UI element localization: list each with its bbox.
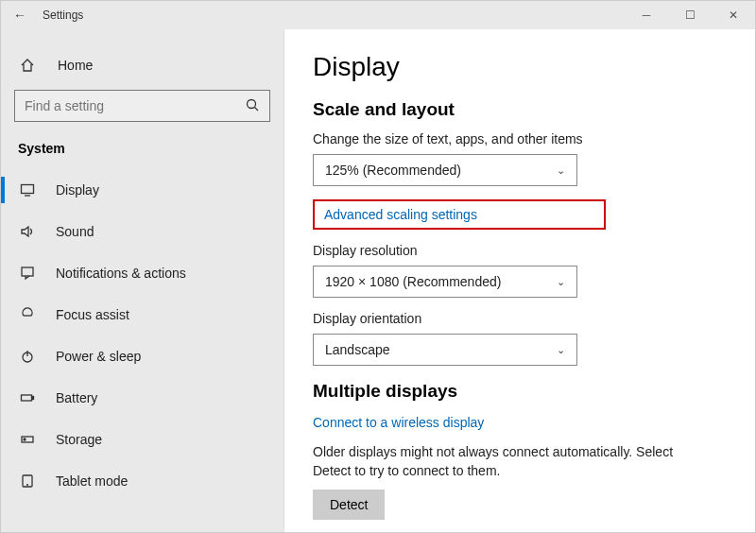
sidebar-item-tablet-mode[interactable]: Tablet mode xyxy=(1,460,284,502)
home-nav[interactable]: Home xyxy=(1,46,284,84)
sidebar-item-label: Tablet mode xyxy=(56,473,128,489)
sidebar-item-power-sleep[interactable]: Power & sleep xyxy=(1,335,284,377)
sidebar-item-label: Notifications & actions xyxy=(56,266,186,281)
sidebar-item-label: Display xyxy=(56,182,99,198)
orientation-label: Display orientation xyxy=(313,311,727,326)
search-icon xyxy=(245,97,260,115)
resolution-label: Display resolution xyxy=(313,243,727,258)
chevron-down-icon: ⌄ xyxy=(557,344,565,356)
chevron-down-icon: ⌄ xyxy=(557,276,565,288)
resolution-value: 1920 × 1080 (Recommended) xyxy=(325,274,501,289)
close-button[interactable]: ✕ xyxy=(712,1,755,29)
sidebar-item-sound[interactable]: Sound xyxy=(1,211,284,252)
highlight-box: Advanced scaling settings xyxy=(313,199,606,230)
svg-rect-2 xyxy=(22,185,34,194)
wireless-display-link[interactable]: Connect to a wireless display xyxy=(313,415,727,430)
power-icon xyxy=(20,349,39,364)
sound-icon xyxy=(20,224,39,239)
sidebar-item-label: Storage xyxy=(56,432,102,447)
sidebar-item-label: Focus assist xyxy=(56,307,129,322)
svg-rect-8 xyxy=(22,395,32,401)
svg-point-11 xyxy=(24,438,26,440)
resolution-select[interactable]: 1920 × 1080 (Recommended) ⌄ xyxy=(313,266,577,298)
svg-line-1 xyxy=(255,107,259,111)
text-size-label: Change the size of text, apps, and other… xyxy=(313,131,727,146)
sidebar-item-focus-assist[interactable]: Focus assist xyxy=(1,294,284,335)
sidebar-item-label: Sound xyxy=(56,224,94,239)
notifications-icon xyxy=(20,266,39,281)
sidebar-item-label: Power & sleep xyxy=(56,349,141,364)
maximize-button[interactable]: ☐ xyxy=(668,1,712,29)
text-size-value: 125% (Recommended) xyxy=(325,163,461,178)
home-icon xyxy=(20,58,43,73)
sidebar-item-display[interactable]: Display xyxy=(1,169,284,211)
battery-icon xyxy=(20,390,39,405)
window-title: Settings xyxy=(39,9,625,22)
orientation-select[interactable]: Landscape ⌄ xyxy=(313,334,577,366)
scale-layout-heading: Scale and layout xyxy=(313,99,727,120)
search-field[interactable] xyxy=(25,98,245,113)
home-label: Home xyxy=(58,58,93,73)
tablet-icon xyxy=(20,473,39,489)
page-title: Display xyxy=(313,52,727,82)
advanced-scaling-link[interactable]: Advanced scaling settings xyxy=(324,207,594,222)
display-icon xyxy=(20,182,39,198)
multiple-displays-heading: Multiple displays xyxy=(313,381,727,402)
focus-assist-icon xyxy=(20,307,39,322)
orientation-value: Landscape xyxy=(325,342,390,357)
chevron-down-icon: ⌄ xyxy=(557,164,565,177)
text-size-select[interactable]: 125% (Recommended) ⌄ xyxy=(313,154,577,186)
search-input[interactable] xyxy=(14,90,270,122)
back-button[interactable]: ← xyxy=(1,8,39,23)
svg-rect-9 xyxy=(32,397,34,400)
svg-point-0 xyxy=(248,99,256,108)
detect-button[interactable]: Detect xyxy=(313,490,385,520)
sidebar-item-notifications[interactable]: Notifications & actions xyxy=(1,252,284,294)
minimize-button[interactable]: ─ xyxy=(625,1,668,29)
sidebar-item-battery[interactable]: Battery xyxy=(1,377,284,419)
storage-icon xyxy=(20,432,39,447)
sidebar-item-label: Battery xyxy=(56,390,97,405)
group-system: System xyxy=(1,131,284,169)
older-displays-text: Older displays might not always connect … xyxy=(313,443,710,480)
svg-rect-4 xyxy=(22,267,33,276)
sidebar-item-storage[interactable]: Storage xyxy=(1,419,284,460)
